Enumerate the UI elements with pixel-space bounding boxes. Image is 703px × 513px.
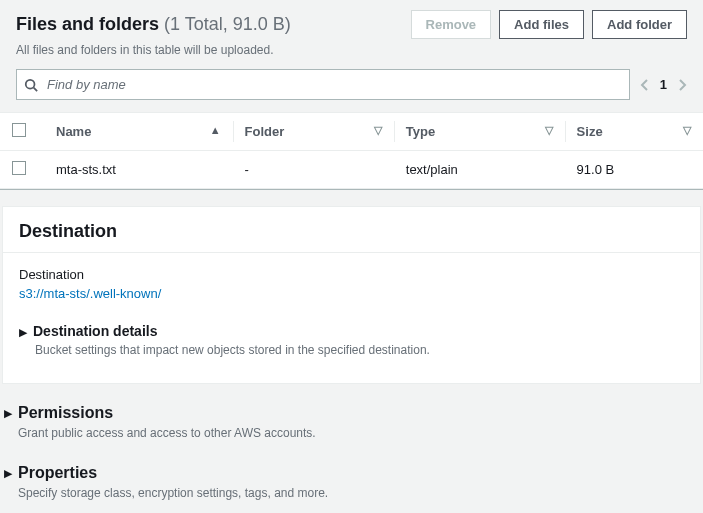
col-type[interactable]: Type▽ — [394, 113, 565, 151]
page-number: 1 — [660, 77, 667, 92]
cell-type: text/plain — [394, 151, 565, 189]
permissions-desc: Grant public access and access to other … — [0, 426, 703, 450]
col-folder[interactable]: Folder▽ — [233, 113, 394, 151]
page-next-icon[interactable] — [677, 78, 687, 92]
col-type-label: Type — [406, 124, 435, 139]
cell-name: mta-sts.txt — [44, 151, 233, 189]
search-input[interactable] — [16, 69, 630, 100]
pagination: 1 — [640, 77, 687, 92]
svg-line-1 — [34, 87, 38, 91]
remove-button[interactable]: Remove — [411, 10, 492, 39]
destination-details-toggle[interactable]: Destination details — [33, 323, 157, 339]
destination-details-desc: Bucket settings that impact new objects … — [19, 343, 684, 367]
select-all-checkbox[interactable] — [12, 123, 26, 137]
col-folder-label: Folder — [245, 124, 285, 139]
chevron-down-icon: ▽ — [374, 124, 382, 137]
caret-right-icon[interactable]: ▶ — [4, 407, 12, 420]
col-size-label: Size — [577, 124, 603, 139]
chevron-down-icon: ▽ — [545, 124, 553, 137]
caret-right-icon[interactable]: ▶ — [19, 326, 27, 339]
properties-toggle[interactable]: Properties — [18, 464, 97, 482]
col-size[interactable]: Size▽ — [565, 113, 703, 151]
table-row: mta-sts.txt - text/plain 91.0 B — [0, 151, 703, 189]
destination-label: Destination — [19, 267, 684, 282]
properties-desc: Specify storage class, encryption settin… — [0, 486, 703, 510]
destination-panel: Destination Destination s3://mta-sts/.we… — [2, 206, 701, 384]
chevron-down-icon: ▽ — [683, 124, 691, 137]
files-table: Name▲ Folder▽ Type▽ Size▽ mta-sts.txt - … — [0, 113, 703, 189]
svg-point-0 — [26, 79, 35, 88]
files-count: (1 Total, 91.0 B) — [164, 14, 291, 34]
cell-size: 91.0 B — [565, 151, 703, 189]
row-checkbox[interactable] — [12, 161, 26, 175]
col-name-label: Name — [56, 124, 91, 139]
permissions-toggle[interactable]: Permissions — [18, 404, 113, 422]
col-name[interactable]: Name▲ — [44, 113, 233, 151]
page-prev-icon[interactable] — [640, 78, 650, 92]
add-files-button[interactable]: Add files — [499, 10, 584, 39]
add-folder-button[interactable]: Add folder — [592, 10, 687, 39]
files-title: Files and folders (1 Total, 91.0 B) — [16, 14, 291, 34]
cell-folder: - — [233, 151, 394, 189]
destination-link[interactable]: s3://mta-sts/.well-known/ — [19, 286, 684, 301]
caret-right-icon[interactable]: ▶ — [4, 467, 12, 480]
search-icon — [24, 78, 38, 92]
sort-asc-icon: ▲ — [210, 124, 221, 136]
files-title-text: Files and folders — [16, 14, 159, 34]
files-subtitle: All files and folders in this table will… — [16, 43, 687, 57]
destination-heading: Destination — [3, 207, 700, 253]
